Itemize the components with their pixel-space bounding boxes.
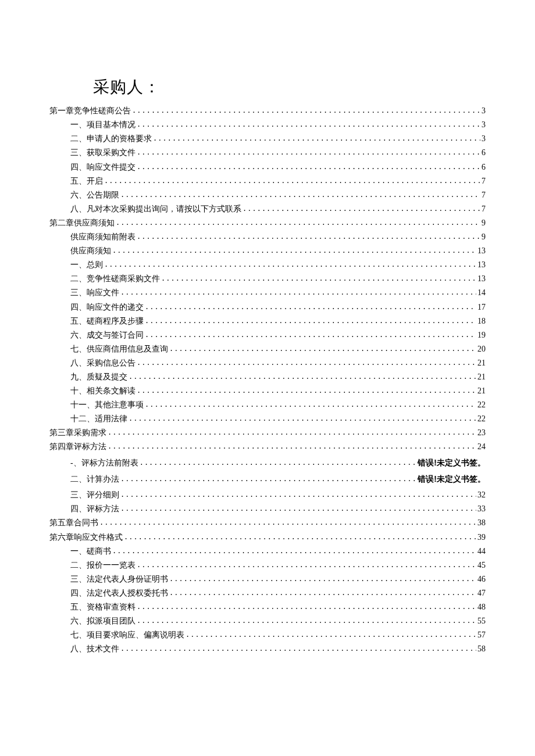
toc-entry: 六、拟派项目团队55 <box>49 615 486 627</box>
toc-text: 十、相关条文解读 <box>70 385 135 397</box>
toc-entry: 一、总则13 <box>49 259 486 271</box>
toc-leader <box>186 630 476 640</box>
toc-text: 第六章响应文件格式 <box>49 532 123 543</box>
toc-leader <box>120 288 476 298</box>
toc-entry: 四、评标方法33 <box>49 503 486 515</box>
toc-text: 三、获取采购文件 <box>70 147 135 159</box>
toc-leader <box>124 532 476 542</box>
toc-page: 13 <box>477 259 486 271</box>
toc-page: 47 <box>477 587 486 599</box>
toc-page: 13 <box>477 245 486 257</box>
toc-leader <box>120 190 480 200</box>
toc-text: 供应商须知前附表 <box>70 231 135 243</box>
toc-entry: 九、质疑及提交21 <box>49 371 486 383</box>
toc-page: 55 <box>477 615 486 627</box>
toc-text: 三、响应文件 <box>70 287 119 299</box>
toc-entry: 六、成交与签订合同19 <box>49 329 486 341</box>
toc-entry: 二、申请人的资格要求3 <box>49 133 486 145</box>
toc-entry: 三、评分细则32 <box>49 489 486 501</box>
toc-entry: 八、技术文件58 <box>49 643 486 655</box>
toc-text: 第三章采购需求 <box>49 427 106 439</box>
toc-leader <box>169 344 476 354</box>
toc-text: 一、磋商书 <box>70 546 111 557</box>
toc-leader <box>137 386 476 396</box>
toc-text: 四、响应文件的递交 <box>70 302 144 313</box>
toc-entry: 一、磋商书44 <box>49 546 486 557</box>
toc-text: 第四章评标方法 <box>49 441 106 453</box>
toc-entry: 四、响应文件的递交17 <box>49 302 486 313</box>
toc-page: 45 <box>477 560 486 571</box>
toc-entry: 五、开启7 <box>49 175 486 187</box>
toc-entry: 七、供应商信用信息及查询20 <box>49 343 486 355</box>
toc-leader <box>137 560 476 570</box>
toc-leader <box>108 442 476 452</box>
toc-text: 二、报价一一览表 <box>70 560 135 571</box>
toc-leader <box>137 162 480 172</box>
toc-page: 46 <box>477 574 486 585</box>
toc-entry: 五、资格审查资料48 <box>49 601 486 613</box>
toc-leader <box>120 644 476 654</box>
toc-entry: 供应商须知13 <box>49 245 486 257</box>
toc-entry: 四、法定代表人授权委托书47 <box>49 587 486 599</box>
toc-text: 五、资格审查资料 <box>70 601 135 613</box>
toc-leader <box>137 120 480 130</box>
toc-leader <box>137 616 476 626</box>
toc-leader <box>161 274 476 284</box>
toc-page: 13 <box>477 273 486 285</box>
toc-text: 第二章供应商须知 <box>49 217 115 229</box>
toc-entry: 三、法定代表人身份证明书46 <box>49 574 486 585</box>
toc-leader <box>145 316 476 326</box>
toc-text: 第五章合同书 <box>49 517 98 529</box>
toc-leader <box>242 204 480 214</box>
toc-leader <box>104 260 476 270</box>
toc-entry: 八、凡对本次采购提出询问，请按以下方式联系7 <box>49 203 486 215</box>
document-title: 采购人： <box>93 76 486 98</box>
toc-text: 六、拟派项目团队 <box>70 615 135 627</box>
toc-leader <box>169 574 476 584</box>
toc-text: 三、法定代表人身份证明书 <box>70 574 168 585</box>
toc-page: 6 <box>482 147 486 159</box>
toc-page: 57 <box>477 629 486 641</box>
toc-leader <box>153 134 480 144</box>
toc-entry: 八、采购信息公告21 <box>49 357 486 369</box>
toc-page: 14 <box>477 287 486 299</box>
toc-text: 九、质疑及提交 <box>70 371 127 383</box>
toc-entry: 七、项目要求响应、偏离说明表57 <box>49 629 486 641</box>
toc-leader <box>169 588 476 598</box>
toc-text: 十一、其他注意事项 <box>70 399 144 411</box>
toc-entry: 十二、适用法律22 <box>49 413 486 425</box>
toc-text: -、评标方法前附表 <box>70 457 138 469</box>
toc-page: 7 <box>482 189 486 201</box>
toc-text: 四、响应文件提交 <box>70 162 135 173</box>
toc-entry: 二、计算办法错误!未定义书签。 <box>49 474 486 485</box>
toc-text: 二、计算办法 <box>70 474 119 485</box>
toc-entry: 供应商须知前附表9 <box>49 231 486 243</box>
toc-leader <box>129 414 476 424</box>
toc-error: 错误!未定义书签。 <box>418 474 486 485</box>
toc-leader <box>116 218 480 228</box>
toc-leader <box>108 428 476 438</box>
toc-page: 9 <box>482 231 486 243</box>
toc-page: 7 <box>482 203 486 215</box>
toc-text: 八、凡对本次采购提出询问，请按以下方式联系 <box>70 203 241 215</box>
toc-leader <box>120 474 416 484</box>
toc-page: 33 <box>477 503 486 515</box>
toc-leader <box>112 246 476 256</box>
toc-entry: 三、响应文件14 <box>49 287 486 299</box>
toc-entry: 四、响应文件提交6 <box>49 162 486 173</box>
toc-page: 23 <box>477 427 486 439</box>
toc-leader <box>145 330 476 340</box>
toc-entry: -、评标方法前附表错误!未定义书签。 <box>49 457 486 469</box>
toc-entry: 第四章评标方法24 <box>49 441 486 453</box>
toc-text: 第一章竞争性磋商公告 <box>49 105 131 117</box>
toc-entry: 十一、其他注意事项22 <box>49 399 486 411</box>
toc-leader <box>137 602 476 612</box>
toc-leader <box>112 546 476 556</box>
toc-text: 三、评分细则 <box>70 489 119 501</box>
toc-text: 一、总则 <box>70 259 103 271</box>
toc-error: 错误!未定义书签。 <box>418 457 486 469</box>
toc-entry: 第六章响应文件格式39 <box>49 532 486 543</box>
toc-leader <box>120 504 476 514</box>
toc-text: 五、磋商程序及步骤 <box>70 316 144 327</box>
toc-page: 58 <box>477 643 486 655</box>
